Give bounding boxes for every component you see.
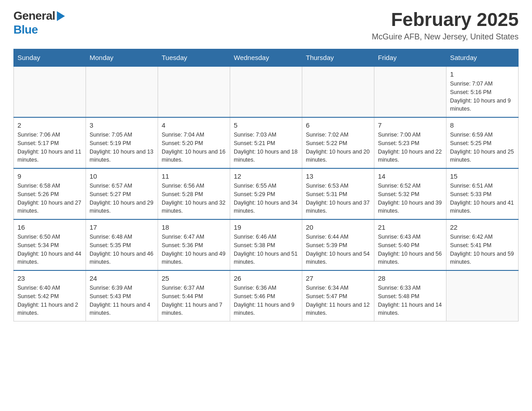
day-number: 3 [90,121,154,129]
calendar-day-cell: 4Sunrise: 7:04 AMSunset: 5:20 PMDaylight… [158,117,230,168]
day-info: Sunrise: 7:00 AMSunset: 5:23 PMDaylight:… [378,131,442,164]
logo-blue-text: Blue [13,23,38,37]
page-title: February 2025 [372,9,519,30]
day-number: 28 [378,274,442,282]
calendar-day-cell [86,66,158,117]
day-info: Sunrise: 6:36 AMSunset: 5:46 PMDaylight:… [234,284,298,317]
calendar-day-cell: 14Sunrise: 6:52 AMSunset: 5:32 PMDayligh… [374,168,446,219]
calendar-day-header: Friday [374,49,446,67]
day-info: Sunrise: 6:34 AMSunset: 5:47 PMDaylight:… [306,284,370,317]
day-number: 9 [17,172,82,180]
day-info: Sunrise: 7:07 AMSunset: 5:16 PMDaylight:… [450,80,515,113]
day-number: 8 [450,121,515,129]
day-info: Sunrise: 7:06 AMSunset: 5:17 PMDaylight:… [17,131,82,164]
calendar-day-cell: 19Sunrise: 6:46 AMSunset: 5:38 PMDayligh… [230,219,302,270]
calendar-day-cell: 11Sunrise: 6:56 AMSunset: 5:28 PMDayligh… [158,168,230,219]
day-number: 12 [234,172,298,180]
day-number: 23 [17,274,82,282]
calendar-day-header: Wednesday [230,49,302,67]
calendar-day-cell: 10Sunrise: 6:57 AMSunset: 5:27 PMDayligh… [86,168,158,219]
day-number: 18 [162,223,226,231]
calendar-day-cell: 5Sunrise: 7:03 AMSunset: 5:21 PMDaylight… [230,117,302,168]
calendar-day-header: Monday [86,49,158,67]
day-info: Sunrise: 6:44 AMSunset: 5:39 PMDaylight:… [306,233,370,266]
day-number: 11 [162,172,226,180]
day-number: 7 [378,121,442,129]
day-info: Sunrise: 6:52 AMSunset: 5:32 PMDaylight:… [378,182,442,215]
calendar-day-cell [158,66,230,117]
calendar-day-cell: 7Sunrise: 7:00 AMSunset: 5:23 PMDaylight… [374,117,446,168]
calendar-day-header: Tuesday [158,49,230,67]
calendar-day-cell [446,270,519,321]
calendar-day-cell: 1Sunrise: 7:07 AMSunset: 5:16 PMDaylight… [446,66,519,117]
calendar-table: SundayMondayTuesdayWednesdayThursdayFrid… [13,49,519,321]
calendar-week-row: 9Sunrise: 6:58 AMSunset: 5:26 PMDaylight… [14,168,519,219]
calendar-day-cell: 3Sunrise: 7:05 AMSunset: 5:19 PMDaylight… [86,117,158,168]
day-info: Sunrise: 6:43 AMSunset: 5:40 PMDaylight:… [378,233,442,266]
day-info: Sunrise: 6:50 AMSunset: 5:34 PMDaylight:… [17,233,82,266]
calendar-day-header: Sunday [14,49,86,67]
day-info: Sunrise: 7:04 AMSunset: 5:20 PMDaylight:… [162,131,226,164]
day-info: Sunrise: 6:33 AMSunset: 5:48 PMDaylight:… [378,284,442,317]
day-number: 26 [234,274,298,282]
day-number: 21 [378,223,442,231]
day-info: Sunrise: 6:51 AMSunset: 5:33 PMDaylight:… [450,182,515,215]
day-number: 15 [450,172,515,180]
day-number: 20 [306,223,370,231]
calendar-day-cell: 24Sunrise: 6:39 AMSunset: 5:43 PMDayligh… [86,270,158,321]
calendar-day-cell: 16Sunrise: 6:50 AMSunset: 5:34 PMDayligh… [14,219,86,270]
calendar-day-cell: 15Sunrise: 6:51 AMSunset: 5:33 PMDayligh… [446,168,519,219]
calendar-day-cell: 27Sunrise: 6:34 AMSunset: 5:47 PMDayligh… [302,270,374,321]
calendar-week-row: 23Sunrise: 6:40 AMSunset: 5:42 PMDayligh… [14,270,519,321]
page-subtitle: McGuire AFB, New Jersey, United States [372,32,519,42]
day-number: 4 [162,121,226,129]
day-info: Sunrise: 6:56 AMSunset: 5:28 PMDaylight:… [162,182,226,215]
calendar-day-cell: 13Sunrise: 6:53 AMSunset: 5:31 PMDayligh… [302,168,374,219]
calendar-day-cell [374,66,446,117]
day-info: Sunrise: 6:39 AMSunset: 5:43 PMDaylight:… [90,284,154,317]
day-info: Sunrise: 6:55 AMSunset: 5:29 PMDaylight:… [234,182,298,215]
calendar-week-row: 16Sunrise: 6:50 AMSunset: 5:34 PMDayligh… [14,219,519,270]
calendar-day-cell: 21Sunrise: 6:43 AMSunset: 5:40 PMDayligh… [374,219,446,270]
day-info: Sunrise: 6:53 AMSunset: 5:31 PMDaylight:… [306,182,370,215]
day-number: 17 [90,223,154,231]
logo-general-text: General [13,9,55,23]
day-number: 1 [450,70,515,78]
day-info: Sunrise: 6:58 AMSunset: 5:26 PMDaylight:… [17,182,82,215]
day-number: 14 [378,172,442,180]
calendar-day-cell: 26Sunrise: 6:36 AMSunset: 5:46 PMDayligh… [230,270,302,321]
calendar-day-cell: 17Sunrise: 6:48 AMSunset: 5:35 PMDayligh… [86,219,158,270]
day-number: 2 [17,121,82,129]
day-number: 24 [90,274,154,282]
calendar-day-cell: 12Sunrise: 6:55 AMSunset: 5:29 PMDayligh… [230,168,302,219]
calendar-day-cell: 23Sunrise: 6:40 AMSunset: 5:42 PMDayligh… [14,270,86,321]
calendar-header-row: SundayMondayTuesdayWednesdayThursdayFrid… [14,49,519,67]
calendar-day-cell: 28Sunrise: 6:33 AMSunset: 5:48 PMDayligh… [374,270,446,321]
logo-triangle-icon [57,11,65,21]
day-info: Sunrise: 6:46 AMSunset: 5:38 PMDaylight:… [234,233,298,266]
calendar-day-cell [302,66,374,117]
day-info: Sunrise: 7:02 AMSunset: 5:22 PMDaylight:… [306,131,370,164]
calendar-day-cell: 8Sunrise: 6:59 AMSunset: 5:25 PMDaylight… [446,117,519,168]
day-number: 19 [234,223,298,231]
calendar-week-row: 2Sunrise: 7:06 AMSunset: 5:17 PMDaylight… [14,117,519,168]
day-number: 27 [306,274,370,282]
calendar-day-cell: 2Sunrise: 7:06 AMSunset: 5:17 PMDaylight… [14,117,86,168]
day-number: 16 [17,223,82,231]
calendar-day-cell [230,66,302,117]
day-number: 5 [234,121,298,129]
title-block: February 2025 McGuire AFB, New Jersey, U… [372,9,519,42]
day-info: Sunrise: 6:57 AMSunset: 5:27 PMDaylight:… [90,182,154,215]
day-info: Sunrise: 7:03 AMSunset: 5:21 PMDaylight:… [234,131,298,164]
calendar-day-cell: 25Sunrise: 6:37 AMSunset: 5:44 PMDayligh… [158,270,230,321]
day-number: 6 [306,121,370,129]
logo-row1: General [13,9,65,23]
svg-marker-0 [57,11,65,21]
logo: General Blue [13,9,65,37]
day-number: 22 [450,223,515,231]
day-number: 10 [90,172,154,180]
day-info: Sunrise: 6:48 AMSunset: 5:35 PMDaylight:… [90,233,154,266]
day-info: Sunrise: 6:59 AMSunset: 5:25 PMDaylight:… [450,131,515,164]
day-info: Sunrise: 6:40 AMSunset: 5:42 PMDaylight:… [17,284,82,317]
calendar-day-cell [14,66,86,117]
